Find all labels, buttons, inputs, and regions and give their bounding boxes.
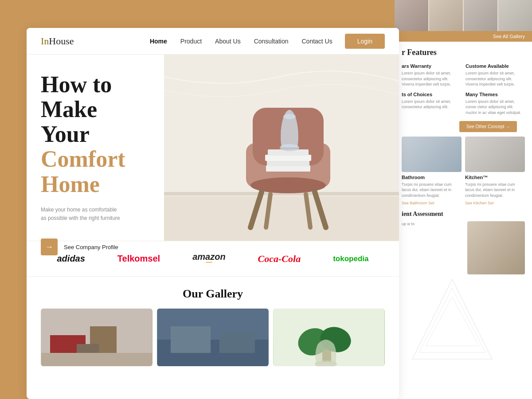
gallery-section: Our Gallery (27, 277, 399, 366)
client-content: up w to (402, 221, 525, 274)
kitchen-image (465, 137, 525, 172)
svg-rect-25 (219, 333, 255, 353)
gallery-img-4 (498, 0, 532, 31)
logo-house: House (49, 35, 74, 47)
navbar: InHouse Home Product About Us Consultati… (27, 28, 399, 55)
feature-item-custom: Custome Available Lorem ipsum dolor sit … (466, 63, 525, 87)
partner-amazon: amazon― (192, 252, 225, 266)
room-images-section: Bathroom Turpis mi posuere vitae cum lac… (395, 137, 532, 207)
see-other-concept-button[interactable]: See Other Concept → (459, 121, 517, 132)
svg-rect-1 (164, 196, 399, 241)
nav-links: Home Product About Us Consultation Conta… (150, 37, 332, 45)
logo: InHouse (41, 35, 74, 47)
nav-link-about[interactable]: About Us (215, 38, 241, 45)
kitchen-desc: Turpis mi posuere vitae cum lacus dui, e… (465, 182, 525, 199)
kitchen-link[interactable]: See Kitchen Set (465, 201, 494, 205)
feature-item-warranty: ars Warranty Lorem ipsum dolor sit amet,… (402, 63, 461, 87)
hero-section: How to Make Your Comfort Home Make your … (27, 55, 399, 241)
feature-themes-title: Many Themes (466, 92, 525, 97)
main-card: InHouse Home Product About Us Consultati… (27, 28, 399, 399)
right-top-gallery (395, 0, 532, 31)
gallery-svg-1 (41, 309, 153, 366)
login-button[interactable]: Login (345, 34, 385, 49)
feature-warranty-desc: Lorem ipsum dolor sit amet, consectetur … (402, 70, 461, 87)
kitchen-card: Kitchen™ Turpis mi posuere vitae cum lac… (465, 137, 525, 207)
feature-item-themes: Many Themes Lorem ipsum dolor sit amet, … (466, 92, 525, 116)
see-all-gallery-label[interactable]: See All Gallery (395, 31, 532, 42)
nav-link-consultation[interactable]: Consultation (254, 38, 289, 45)
svg-point-16 (283, 114, 296, 119)
gallery-item-1 (41, 309, 153, 366)
logo-in: In (41, 35, 49, 47)
bathroom-card: Bathroom Turpis mi posuere vitae cum lac… (402, 137, 462, 207)
feature-warranty-title: ars Warranty (402, 63, 461, 69)
gallery-img-2 (429, 0, 463, 31)
gallery-title: Our Gallery (41, 287, 385, 301)
hero-subtitle: Make your home as comfortable as possibl… (41, 206, 121, 223)
partner-telkomsel: Telkomsel (117, 254, 160, 264)
svg-rect-13 (265, 155, 311, 161)
gallery-svg-3 (273, 309, 385, 366)
nav-item-about[interactable]: About Us (215, 37, 241, 45)
feature-choices-title: ts of Choices (402, 92, 461, 97)
right-panel: See All Gallery r Features ars Warranty … (395, 0, 532, 399)
feature-custom-title: Custome Available (466, 63, 525, 69)
company-profile-label: See Company Profile (64, 244, 118, 250)
nav-item-contact[interactable]: Contact Us (301, 37, 332, 45)
features-section: r Features ars Warranty Lorem ipsum dolo… (395, 42, 532, 132)
nav-item-consultation[interactable]: Consultation (254, 37, 289, 45)
nav-link-home[interactable]: Home (150, 38, 167, 45)
bathroom-link[interactable]: See Bathroom Set (402, 201, 434, 205)
hero-title: How to Make Your Comfort Home (41, 72, 150, 197)
bathroom-desc: Turpis mi posuere vitae cum lacus dui, e… (402, 182, 462, 199)
gallery-grid (41, 309, 385, 366)
client-section: ient Assessment up w to (395, 206, 532, 274)
feature-item-choices: ts of Choices Lorem ipsum dolor sit amet… (402, 92, 461, 116)
gallery-item-2 (157, 309, 269, 366)
feature-choices-desc: Lorem ipsum dolor sit amet, consectetur … (402, 99, 461, 110)
bathroom-image (402, 137, 462, 172)
hero-illustration (164, 55, 399, 241)
hero-title-your: Your (41, 121, 89, 147)
bathroom-title: Bathroom (402, 175, 462, 180)
svg-rect-24 (171, 326, 211, 353)
hero-text: How to Make Your Comfort Home Make your … (27, 55, 164, 241)
gallery-img-3 (464, 0, 497, 31)
nav-link-product[interactable]: Product (180, 38, 202, 45)
features-title: r Features (402, 48, 525, 57)
client-image (467, 221, 525, 274)
arrow-icon: → (45, 243, 53, 252)
client-text: up w to (402, 221, 463, 274)
company-profile-button[interactable]: → See Company Profile (41, 239, 118, 255)
svg-rect-12 (267, 160, 309, 166)
feature-custom-desc: Lorem ipsum dolor sit amet, consectetur … (466, 70, 525, 87)
hero-image (164, 55, 399, 241)
hero-title-comfort: Comfort (41, 146, 125, 172)
svg-rect-11 (266, 165, 310, 172)
nav-link-contact[interactable]: Contact Us (301, 38, 332, 45)
svg-rect-21 (41, 353, 152, 366)
nav-item-home[interactable]: Home (150, 37, 167, 45)
gallery-img-1 (395, 0, 428, 31)
hero-title-home: Home (41, 172, 100, 197)
feature-themes-desc: Lorem ipsum dolor sit amet, conse ctetur… (466, 99, 525, 116)
arrow-box: → (41, 239, 58, 255)
kitchen-title: Kitchen™ (465, 175, 525, 180)
hero-title-line1: How to Make (41, 72, 112, 122)
gallery-svg-2 (157, 309, 269, 366)
client-title: ient Assessment (402, 211, 525, 218)
partner-tokopedia: tokopedia (333, 254, 368, 263)
nav-item-product[interactable]: Product (180, 37, 202, 45)
partner-cocacola: Coca-Cola (258, 253, 301, 265)
gallery-item-3 (273, 309, 385, 366)
features-grid: ars Warranty Lorem ipsum dolor sit amet,… (402, 63, 525, 116)
